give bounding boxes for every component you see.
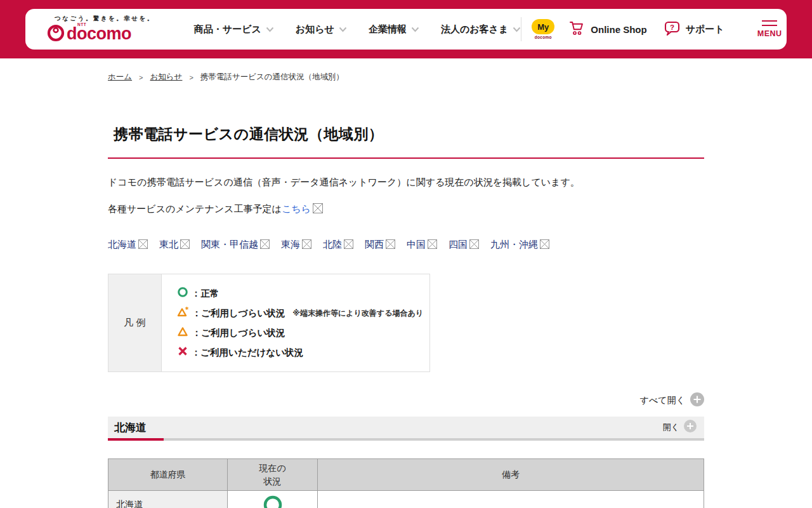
breadcrumb: ホーム > お知らせ > 携帯電話サービスの通信状況（地域別） (108, 72, 812, 83)
broken-image-icon (138, 239, 148, 251)
docomo-logo[interactable]: つなごう。驚きを。幸せを。 NTT docomo (47, 15, 155, 44)
status-unavailable-icon (177, 345, 188, 359)
table-row: 北海道 (108, 491, 704, 508)
region-link-hokuriku[interactable]: 北陸 (323, 239, 353, 251)
header-utilities: My docomo Online Shop (521, 17, 784, 41)
legend-item-degraded-improvable: ：ご利用しづらい状況 ※端末操作等により改善する場合あり (177, 307, 423, 319)
svg-text:?: ? (670, 23, 674, 31)
header-prefecture: 都道府県 (108, 459, 228, 491)
broken-image-icon (302, 239, 311, 251)
legend-item-unavailable: ：ご利用いただけない状況 (177, 347, 423, 358)
docomo-wordmark: docomo (67, 25, 131, 43)
region-link-kanto-koshinetsu[interactable]: 関東・甲信越 (201, 239, 270, 251)
legend-item-normal: ：正常 (177, 288, 423, 299)
page-title: 携帯電話サービスの通信状況（地域別） (108, 124, 704, 159)
main-nav: 商品・サービス お知らせ 企業情報 法人のお客さま (194, 23, 521, 36)
my-docomo-icon: My (532, 19, 554, 34)
broken-image-icon (180, 239, 190, 251)
section-underline (108, 438, 704, 441)
breadcrumb-news-link[interactable]: お知らせ (150, 72, 183, 83)
status-normal-icon (263, 498, 283, 508)
region-link-chugoku[interactable]: 中国 (407, 239, 437, 251)
broken-image-icon (344, 239, 353, 251)
menu-button[interactable]: MENU (757, 20, 782, 38)
breadcrumb-separator: > (189, 74, 193, 81)
hamburger-icon (762, 20, 777, 26)
region-link-kyushu-okinawa[interactable]: 九州・沖縄 (490, 239, 549, 251)
chevron-down-icon (513, 23, 521, 35)
question-bubble-icon: ? (664, 20, 681, 39)
breadcrumb-current-page: 携帯電話サービスの通信状況（地域別） (200, 72, 344, 83)
chevron-down-icon (339, 23, 347, 35)
nav-corporate-info[interactable]: 企業情報 (369, 23, 419, 36)
header-bar: つなごう。驚きを。幸せを。 NTT docomo 商品・サービス お知らせ (25, 9, 787, 50)
broken-image-icon (313, 203, 323, 215)
broken-image-icon (540, 239, 549, 251)
cart-icon (568, 20, 586, 39)
section-title: 北海道 (114, 420, 147, 435)
status-cell (228, 491, 318, 508)
broken-image-icon (386, 239, 395, 251)
broken-image-icon (428, 239, 437, 251)
divider (521, 17, 521, 41)
nav-products-services[interactable]: 商品・サービス (194, 23, 274, 36)
legend-heading: 凡 例 (108, 274, 162, 371)
status-normal-icon (177, 286, 188, 300)
breadcrumb-separator: > (139, 74, 143, 81)
legend-item-degraded: ：ご利用しづらい状況 (177, 327, 423, 338)
region-anchor-links: 北海道 東北 関東・甲信越 東海 北陸 関西 中国 四国 九州・沖縄 (108, 239, 704, 251)
open-section-button[interactable]: 開く (663, 420, 697, 435)
status-degraded-icon (177, 326, 189, 340)
online-shop-button[interactable]: Online Shop (568, 20, 646, 39)
status-degraded-asterisk-icon (177, 306, 189, 320)
breadcrumb-home-link[interactable]: ホーム (108, 72, 132, 83)
chevron-down-icon (411, 23, 419, 35)
header-remarks: 備考 (318, 459, 704, 491)
region-link-shikoku[interactable]: 四国 (449, 239, 479, 251)
main-content: 携帯電話サービスの通信状況（地域別） ドコモの携帯電話サービスの通信（音声・デー… (108, 124, 704, 508)
header-band: つなごう。驚きを。幸せを。 NTT docomo 商品・サービス お知らせ (0, 0, 812, 58)
broken-image-icon (469, 239, 479, 251)
expand-all-button[interactable]: すべて開く (108, 392, 704, 409)
nav-business-customers[interactable]: 法人のお客さま (441, 23, 521, 36)
maintenance-line: 各種サービスのメンテナンス工事予定はこちら (108, 203, 704, 215)
legend-box: 凡 例 ：正常 ：ご利用しづらい状況 ※端末操作等により改善する場合あり (108, 274, 430, 372)
plus-circle-icon (684, 420, 697, 435)
broken-image-icon (260, 239, 270, 251)
maintenance-schedule-link[interactable]: こちら (282, 203, 311, 215)
table-header-row: 都道府県 現在の 状況 備考 (108, 459, 704, 491)
support-button[interactable]: ? サポート (664, 20, 724, 39)
section-header-hokkaido: 北海道 開く (108, 417, 704, 438)
region-link-tokai[interactable]: 東海 (281, 239, 311, 251)
header-current-status: 現在の 状況 (228, 459, 318, 491)
remarks-cell (318, 491, 704, 508)
status-table: 都道府県 現在の 状況 備考 北海道 (108, 458, 704, 508)
prefecture-cell: 北海道 (108, 491, 228, 508)
region-link-hokkaido[interactable]: 北海道 (108, 239, 148, 251)
ntt-mark: NTT (77, 22, 86, 27)
intro-text: ドコモの携帯電話サービスの通信（音声・データ通信ネットワーク）に関する現在の状況… (108, 177, 704, 189)
plus-circle-icon (690, 392, 704, 409)
docomo-symbol-icon (47, 24, 65, 44)
brand-tagline: つなごう。驚きを。幸せを。 (47, 15, 155, 23)
region-link-kansai[interactable]: 関西 (365, 239, 395, 251)
my-docomo-button[interactable]: My docomo (532, 19, 554, 39)
nav-news[interactable]: お知らせ (296, 23, 347, 36)
chevron-down-icon (266, 23, 274, 35)
legend-note: ※端末操作等により改善する場合あり (292, 308, 423, 319)
region-link-tohoku[interactable]: 東北 (159, 239, 190, 251)
